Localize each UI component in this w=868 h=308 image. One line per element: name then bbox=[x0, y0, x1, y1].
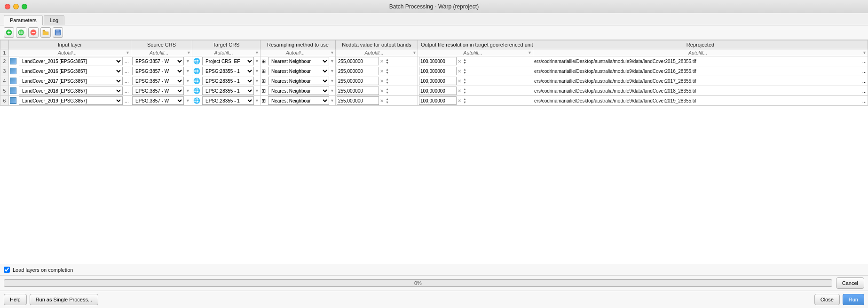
remove-row-button[interactable] bbox=[28, 27, 39, 38]
nodata-down[interactable]: ▼ bbox=[386, 71, 389, 74]
resolution-input[interactable] bbox=[419, 96, 457, 105]
resolution-up[interactable]: ▲ bbox=[463, 97, 466, 101]
reprojected-dots[interactable]: ... bbox=[862, 98, 867, 103]
nodata-down[interactable]: ▼ bbox=[386, 61, 389, 64]
target-crs-select[interactable]: EPSG:28355 - 1 bbox=[202, 87, 254, 95]
target-crs-select[interactable]: EPSG:28355 - 1 bbox=[202, 96, 254, 105]
nodata-input[interactable] bbox=[337, 87, 379, 95]
source-crs-select[interactable]: EPSG:3857 - W bbox=[132, 77, 184, 85]
autofill-source-arrow[interactable]: ▼ bbox=[187, 50, 191, 55]
run-single-button[interactable]: Run as Single Process... bbox=[30, 294, 98, 305]
source-crs-arrow[interactable]: ▼ bbox=[185, 59, 191, 63]
resampling-arrow[interactable]: ▼ bbox=[330, 69, 334, 73]
reprojected-dots[interactable]: ... bbox=[862, 58, 867, 64]
run-button[interactable]: Run bbox=[843, 294, 864, 305]
nodata-clear[interactable]: ✕ bbox=[380, 88, 384, 94]
resolution-down[interactable]: ▼ bbox=[463, 101, 466, 104]
resolution-down[interactable]: ▼ bbox=[463, 61, 466, 64]
nodata-clear[interactable]: ✕ bbox=[380, 59, 384, 64]
maximize-window-button[interactable] bbox=[22, 4, 27, 9]
target-crs-select[interactable]: EPSG:28355 - 1 bbox=[202, 67, 254, 75]
source-crs-select[interactable]: EPSG:3857 - W bbox=[132, 96, 184, 105]
nodata-input[interactable] bbox=[337, 57, 379, 65]
nodata-input[interactable] bbox=[337, 67, 379, 75]
nodata-down[interactable]: ▼ bbox=[386, 91, 389, 94]
reprojected-dots[interactable]: ... bbox=[862, 88, 867, 94]
autofill-resolution-arrow[interactable]: ▼ bbox=[528, 50, 532, 55]
close-window-button[interactable] bbox=[5, 4, 10, 9]
target-crs-arrow[interactable]: ▼ bbox=[255, 69, 259, 73]
autofill-reprojected-arrow[interactable]: ▼ bbox=[862, 50, 867, 55]
tab-parameters[interactable]: Parameters bbox=[4, 15, 43, 25]
resampling-arrow[interactable]: ▼ bbox=[330, 79, 334, 83]
minimize-window-button[interactable] bbox=[13, 4, 19, 9]
resolution-input[interactable] bbox=[419, 77, 457, 85]
resolution-input[interactable] bbox=[419, 67, 457, 75]
resolution-clear[interactable]: ✕ bbox=[458, 59, 461, 64]
input-layer-select[interactable]: LandCover_2016 [EPSG:3857] bbox=[19, 67, 123, 75]
source-crs-arrow[interactable]: ▼ bbox=[185, 98, 191, 103]
add-row-button[interactable] bbox=[4, 27, 14, 38]
resolution-spinner[interactable]: ▲ ▼ bbox=[463, 97, 466, 104]
input-layer-select[interactable]: LandCover_2017 [EPSG:3857] bbox=[19, 77, 123, 85]
add-table-button[interactable] bbox=[16, 27, 26, 38]
nodata-up[interactable]: ▲ bbox=[386, 97, 389, 101]
resolution-spinner[interactable]: ▲ ▼ bbox=[463, 68, 466, 74]
help-button[interactable]: Help bbox=[4, 294, 27, 305]
nodata-input[interactable] bbox=[337, 96, 379, 105]
target-crs-arrow[interactable]: ▼ bbox=[255, 88, 259, 93]
resolution-clear[interactable]: ✕ bbox=[458, 79, 461, 84]
resampling-select[interactable]: Nearest Neighbour bbox=[268, 87, 329, 95]
nodata-clear[interactable]: ✕ bbox=[380, 79, 384, 84]
save-button[interactable] bbox=[53, 27, 63, 38]
resolution-down[interactable]: ▼ bbox=[463, 91, 466, 94]
resampling-select[interactable]: Nearest Neighbour bbox=[268, 96, 329, 105]
nodata-down[interactable]: ▼ bbox=[386, 81, 389, 84]
resampling-select[interactable]: Nearest Neighbour bbox=[268, 77, 329, 85]
nodata-up[interactable]: ▲ bbox=[386, 58, 389, 61]
nodata-clear[interactable]: ✕ bbox=[380, 69, 384, 74]
resolution-clear[interactable]: ✕ bbox=[458, 69, 461, 74]
resolution-down[interactable]: ▼ bbox=[463, 81, 466, 84]
target-crs-arrow[interactable]: ▼ bbox=[255, 79, 259, 83]
source-crs-arrow[interactable]: ▼ bbox=[185, 69, 191, 73]
input-layer-select[interactable]: LandCover_2018 [EPSG:3857] bbox=[19, 87, 123, 95]
nodata-spinner[interactable]: ▲ ▼ bbox=[386, 68, 389, 74]
resolution-up[interactable]: ▲ bbox=[463, 78, 466, 81]
reprojected-dots[interactable]: ... bbox=[862, 68, 867, 74]
input-layer-select[interactable]: LandCover_2015 [EPSG:3857] bbox=[19, 57, 123, 65]
nodata-input[interactable] bbox=[337, 77, 379, 85]
source-crs-select[interactable]: EPSG:3857 - W bbox=[132, 57, 184, 65]
input-layer-dots[interactable]: ... bbox=[124, 98, 130, 103]
nodata-up[interactable]: ▲ bbox=[386, 78, 389, 81]
autofill-target-arrow[interactable]: ▼ bbox=[255, 50, 259, 55]
resampling-arrow[interactable]: ▼ bbox=[330, 98, 334, 103]
resolution-up[interactable]: ▲ bbox=[463, 68, 466, 71]
input-layer-dots[interactable]: ... bbox=[124, 88, 130, 94]
resolution-clear[interactable]: ✕ bbox=[458, 88, 461, 94]
autofill-resampling-arrow[interactable]: ▼ bbox=[330, 50, 334, 55]
autofill-input-arrow[interactable]: ▼ bbox=[126, 50, 130, 55]
load-layers-checkbox[interactable] bbox=[4, 267, 10, 273]
resampling-arrow[interactable]: ▼ bbox=[330, 88, 334, 93]
input-layer-dots[interactable]: ... bbox=[124, 58, 130, 64]
resolution-up[interactable]: ▲ bbox=[463, 87, 466, 91]
nodata-clear[interactable]: ✕ bbox=[380, 98, 384, 103]
input-layer-select[interactable]: LandCover_2019 [EPSG:3857] bbox=[19, 96, 123, 105]
nodata-spinner[interactable]: ▲ ▼ bbox=[386, 97, 389, 104]
resolution-spinner[interactable]: ▲ ▼ bbox=[463, 58, 466, 64]
resolution-input[interactable] bbox=[419, 57, 457, 65]
nodata-spinner[interactable]: ▲ ▼ bbox=[386, 78, 389, 84]
nodata-spinner[interactable]: ▲ ▼ bbox=[386, 58, 389, 64]
reprojected-dots[interactable]: ... bbox=[862, 78, 867, 84]
resolution-spinner[interactable]: ▲ ▼ bbox=[463, 78, 466, 84]
resampling-arrow[interactable]: ▼ bbox=[330, 59, 334, 63]
nodata-up[interactable]: ▲ bbox=[386, 87, 389, 91]
target-crs-select[interactable]: EPSG:28355 - 1 bbox=[202, 77, 254, 85]
tab-log[interactable]: Log bbox=[44, 15, 64, 25]
target-crs-arrow[interactable]: ▼ bbox=[255, 98, 259, 103]
source-crs-arrow[interactable]: ▼ bbox=[185, 79, 191, 83]
source-crs-arrow[interactable]: ▼ bbox=[185, 88, 191, 93]
resolution-up[interactable]: ▲ bbox=[463, 58, 466, 61]
resolution-clear[interactable]: ✕ bbox=[458, 98, 461, 103]
